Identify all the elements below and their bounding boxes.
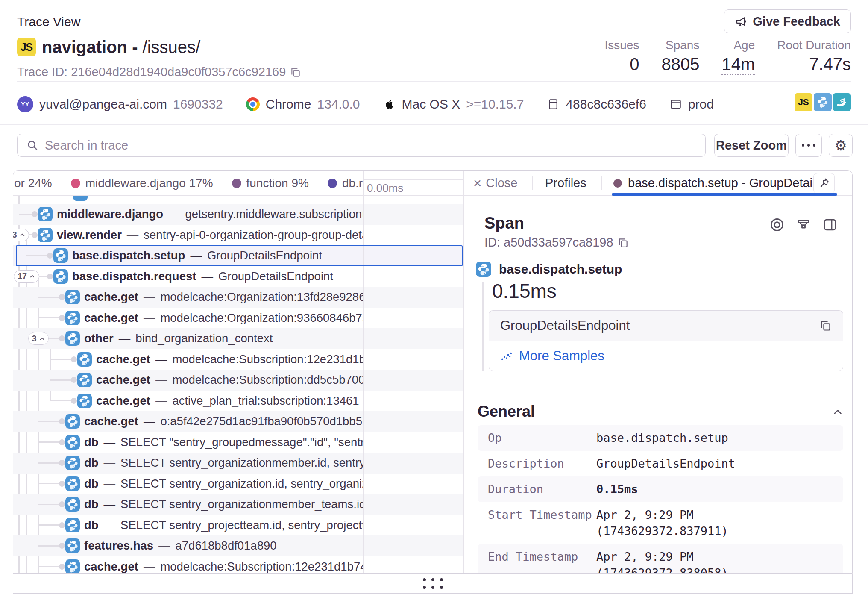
tree-connector-dot <box>59 439 65 445</box>
python-icon <box>65 518 80 532</box>
tree-row[interactable]: db—SELECT sentry_organizationmember_team… <box>13 494 463 515</box>
tree-row[interactable]: cache.get—modelcache:Organization:13fd28… <box>13 287 463 308</box>
tree-row[interactable]: db—SELECT sentry_projectteam.id, sentry_… <box>13 515 463 536</box>
tree-row[interactable]: cache.get—modelcache:Organization:936608… <box>13 308 463 329</box>
timeline-subborder <box>363 179 463 180</box>
tree-row[interactable]: cache.get—modelcache:Subscription:dd5c5b… <box>13 370 463 391</box>
legend-item[interactable]: middleware.django 17% <box>71 176 213 190</box>
more-samples-link[interactable]: More Samples <box>489 341 843 371</box>
tree-row[interactable]: middleware.django—getsentry.middleware.s… <box>13 204 463 225</box>
tree-row[interactable]: cache.get—modelcache:Subscription:12e231… <box>13 349 463 370</box>
browser-name: Chrome <box>266 97 311 112</box>
span-tools <box>768 216 839 233</box>
tree-row[interactable]: 17base.dispatch.request—GroupDetailsEndp… <box>13 266 463 287</box>
python-icon <box>53 269 68 284</box>
tree-row[interactable]: cache.get—modelcache:Subscription:12e231… <box>13 556 463 574</box>
general-row-end-timestamp: End TimestampApr 2, 9:29 PM(1743629372.8… <box>478 544 843 574</box>
section-divider <box>464 385 853 385</box>
search-input[interactable]: Search in trace <box>17 134 706 157</box>
megaphone-icon <box>735 15 748 28</box>
span-op: db <box>84 497 99 511</box>
collapse-pill[interactable]: 3 <box>28 332 49 345</box>
os-version: >=10.15.7 <box>466 97 524 112</box>
give-feedback-label: Give Feedback <box>753 15 840 29</box>
tree-row[interactable]: 3view.render—sentry-api-0-organization-g… <box>13 225 463 246</box>
trace-view-page: Trace View Give Feedback JS navigation -… <box>0 0 868 600</box>
span-op-dot <box>613 179 622 188</box>
tab-profiles[interactable]: Profiles <box>545 171 586 196</box>
span-id: ID: a50d33a597ca8198 <box>484 235 629 250</box>
tree-connector-dot <box>59 294 65 300</box>
copy-icon[interactable] <box>290 67 301 78</box>
span-op: cache.get <box>84 311 138 325</box>
meta-bar: YY yuval@pangea-ai.com 1690332 Chrome 13… <box>17 92 714 116</box>
span-op: other <box>84 332 114 345</box>
avatar: YY <box>17 96 33 112</box>
trace-title-name: navigation - <box>42 38 138 56</box>
tree-connector-dot <box>47 253 53 259</box>
span-description: getsentry.middleware.subscriptiontag.S <box>185 207 363 221</box>
drawer-close-button[interactable]: × Close <box>473 171 517 196</box>
copy-icon[interactable] <box>820 320 832 332</box>
python-icon <box>65 290 80 304</box>
python-platform-icon <box>814 93 832 111</box>
span-description: modelcache:Organization:93660846b75 <box>160 311 363 325</box>
give-feedback-button[interactable]: Give Feedback <box>724 9 851 33</box>
legend-item[interactable]: db.redis 8% <box>328 176 363 190</box>
tree-row[interactable]: db—SELECT sentry_organization.id, sentry… <box>13 474 463 494</box>
tree-row[interactable]: base.dispatch.setup—GroupDetailsEndpoint <box>13 245 463 266</box>
settings-gear-button[interactable]: ⚙ <box>829 134 853 157</box>
focus-target-icon[interactable] <box>768 216 786 233</box>
span-description: SELECT sentry_organization.id, sentry_or… <box>120 477 363 491</box>
pin-tab-button[interactable] <box>813 173 835 194</box>
drawer-resize-handle[interactable] <box>13 574 853 594</box>
span-op: base.dispatch.setup <box>72 249 185 262</box>
meta-user[interactable]: YY yuval@pangea-ai.com 1690332 <box>17 96 223 112</box>
span-op: view.render <box>57 228 122 242</box>
collapse-pill[interactable]: 17 <box>14 270 39 283</box>
python-icon <box>65 331 80 346</box>
samples-scatter-icon <box>500 350 513 362</box>
tab-span-active[interactable]: base.dispatch.setup - GroupDetails… <box>613 171 834 196</box>
side-panel-icon[interactable] <box>821 216 839 233</box>
reset-zoom-button[interactable]: Reset Zoom <box>714 134 789 157</box>
legend-item[interactable]: function 9% <box>232 176 309 190</box>
more-options-button[interactable] <box>795 134 822 157</box>
span-vline <box>482 282 484 371</box>
python-icon <box>65 414 80 429</box>
drawer-tabs-bar: × Close Profiles base.dispatch.setup - G… <box>464 171 853 196</box>
legend-item[interactable]: or 24% <box>14 176 52 190</box>
copy-icon[interactable] <box>618 237 629 248</box>
chrome-icon <box>246 97 260 111</box>
trace-platform-icons: JS <box>795 93 851 111</box>
span-description: modelcache:Subscription:12e231d1b74b3 <box>160 560 363 574</box>
tree-connector-dot <box>59 543 65 549</box>
tree-connector <box>38 524 62 526</box>
legend-dot <box>328 179 337 188</box>
platform-js-badge: JS <box>17 38 36 56</box>
tree-connector <box>38 504 62 505</box>
tree-row[interactable]: db—SELECT sentry_organizationmember.id, … <box>13 453 463 474</box>
meta-device: 488c8c636ef6 <box>547 97 646 112</box>
sample-row[interactable]: GroupDetailsEndpoint <box>489 311 843 341</box>
tree-row[interactable]: cache.get—active_plan_trial:subscription… <box>13 391 463 412</box>
tree-row[interactable]: db—SELECT "sentry_groupedmessage"."id", … <box>13 432 463 453</box>
collapse-chevron-icon[interactable] <box>831 406 844 418</box>
span-description: SELECT sentry_projectteam.id, sentry_pro… <box>120 518 363 532</box>
timeline-divider <box>363 171 364 574</box>
tree-row[interactable]: 3other—bind_organization_context <box>13 328 463 349</box>
tree-connector <box>38 441 62 443</box>
tree-connector <box>38 566 62 567</box>
environment-name: prod <box>688 97 714 112</box>
span-op: db <box>84 518 99 532</box>
stat-spans: Spans8805 <box>661 38 699 73</box>
stat-root-duration: Root Duration7.47s <box>777 38 851 73</box>
trace-title: navigation - /issues/ <box>42 38 200 57</box>
general-table: Opbase.dispatch.setupDescriptionGroupDet… <box>478 425 843 574</box>
user-email: yuval@pangea-ai.com <box>39 97 167 112</box>
zoom-funnel-icon[interactable] <box>795 216 812 233</box>
collapse-pill[interactable]: 3 <box>13 229 29 241</box>
tree-row[interactable]: features.has—a7d618b8df01a890 <box>13 535 463 556</box>
tree-row[interactable]: cache.get—o:a5f42e275d1ac91fba90f0b570d1… <box>13 411 463 432</box>
tree-connector <box>38 483 62 484</box>
